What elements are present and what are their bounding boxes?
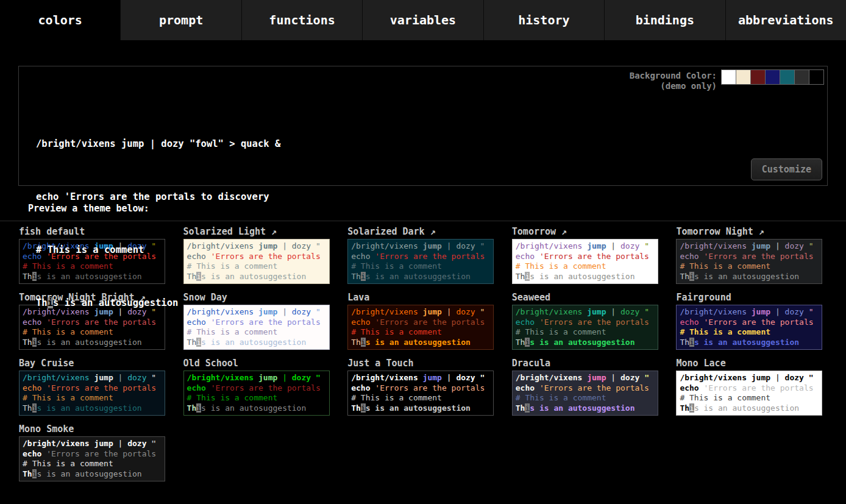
tab-prompt[interactable]: prompt	[121, 0, 241, 40]
pipe-token: |	[770, 373, 784, 382]
background-swatch-5[interactable]	[780, 69, 795, 85]
sample-comment-line: # This is a comment	[680, 393, 819, 403]
sample-comment-line: # This is a comment	[351, 393, 490, 403]
sample-command-line: /bright/vixens jump | dozy "	[680, 373, 819, 383]
command-token: dozy	[620, 373, 644, 382]
command-token: /bright/vixens	[351, 373, 422, 382]
theme-preview[interactable]: /bright/vixens jump | dozy "echo 'Errors…	[676, 371, 822, 416]
error-token: 'Errors are the portals	[46, 383, 156, 392]
tab-bindings[interactable]: bindings	[605, 0, 725, 40]
sample-echo-line: echo 'Errors are the portals to discover…	[36, 188, 827, 206]
sample-comment-line: # This is a comment	[23, 393, 162, 403]
sample-command-line: /bright/vixens jump | dozy "fowl" > quac…	[36, 135, 827, 153]
pipe-token: |	[277, 373, 291, 382]
quote-token: "	[151, 373, 156, 382]
param-token: jump	[94, 439, 113, 448]
command-token: dozy	[127, 439, 151, 448]
theme-preview[interactable]: /bright/vixens jump | dozy "echo 'Errors…	[347, 371, 494, 416]
typed-text: Th	[351, 403, 361, 413]
sample-comment-line: # This is a comment	[516, 393, 655, 403]
tab-colors[interactable]: colors	[0, 0, 121, 40]
typed-text: Th	[187, 403, 197, 413]
sample-echo-line: echo 'Errors are the portals	[23, 383, 162, 394]
autosuggestion-text: s is an autosuggestion	[530, 403, 634, 413]
comment-token: # This is a comment	[351, 393, 442, 402]
quote-token: "	[644, 373, 649, 382]
background-swatch-2[interactable]	[736, 69, 751, 85]
tab-variables[interactable]: variables	[363, 0, 483, 40]
command-token: dozy	[456, 373, 480, 382]
background-swatch-4[interactable]	[765, 69, 780, 85]
background-color-label: Background Color:	[630, 71, 717, 81]
autosuggestion-text: s is an autosuggestion	[37, 403, 141, 413]
theme-card-mono-smoke: Mono Smoke/bright/vixens jump | dozy "ec…	[19, 424, 170, 481]
autosuggestion-text: s is an autosuggestion	[201, 403, 306, 413]
sample-echo-line: echo 'Errors are the portals	[516, 383, 655, 394]
tab-history[interactable]: history	[484, 0, 605, 40]
sample-echo-line: echo 'Errors are the portals	[187, 383, 326, 394]
theme-card-bay-cruise: Bay Cruise/bright/vixens jump | dozy "ec…	[19, 358, 170, 416]
sample-echo-line: echo 'Errors are the portals	[23, 449, 162, 460]
sample-command-line: /bright/vixens jump | dozy "	[23, 373, 162, 383]
cursor-block: i	[48, 297, 53, 308]
param-token: jump	[752, 373, 770, 382]
sample-command-line: /bright/vixens jump | dozy "	[23, 439, 162, 449]
sample-autosuggestion-line: This is an autosuggestion	[23, 469, 162, 480]
sample-autosuggestion-line: This is an autosuggestion	[187, 403, 326, 414]
background-swatch-6[interactable]	[794, 69, 809, 85]
tab-functions[interactable]: functions	[242, 0, 363, 40]
cursor-block: i	[196, 403, 201, 413]
theme-title: Bay Cruise	[19, 358, 170, 371]
sample-comment-line: # This is a comment	[36, 241, 827, 259]
pipe-token: |	[442, 373, 456, 382]
param-token: jump	[258, 373, 277, 382]
sample-command-line: /bright/vixens jump | dozy "	[516, 373, 655, 383]
command-token: dozy	[292, 373, 316, 382]
autosuggestion-text: s is an autosuggestion	[366, 403, 471, 413]
background-swatch-1[interactable]	[721, 69, 736, 85]
tab-abbreviations[interactable]: abbreviations	[726, 0, 846, 40]
sample-autosuggestion-line: This is an autosuggestion	[516, 403, 655, 414]
autosuggestion-text: s is an autosuggestion	[694, 403, 799, 413]
theme-card-just-a-touch: Just a Touch/bright/vixens jump | dozy "…	[347, 358, 499, 416]
command-token: echo	[351, 383, 375, 392]
comment-token: # This is a comment	[23, 459, 113, 468]
param-token: jump	[587, 373, 606, 382]
error-token: 'Errors are the portals	[46, 449, 156, 458]
theme-card-mono-lace: Mono Lace/bright/vixens jump | dozy "ech…	[676, 358, 827, 416]
comment-token: # This is a comment	[680, 393, 770, 402]
tab-bar: colorspromptfunctionsvariableshistorybin…	[0, 0, 846, 40]
theme-preview[interactable]: /bright/vixens jump | dozy "echo 'Errors…	[19, 436, 165, 481]
typed-text: Th	[23, 403, 32, 413]
background-swatch-3[interactable]	[750, 69, 766, 85]
param-token: jump	[94, 373, 113, 382]
command-token: /bright/vixens	[187, 373, 258, 382]
error-token: 'Errors are the portals	[539, 383, 649, 392]
sample-comment-line: # This is a comment	[187, 393, 326, 403]
theme-preview[interactable]: /bright/vixens jump | dozy "echo 'Errors…	[183, 371, 330, 416]
command-token: echo	[187, 383, 211, 392]
error-token: 'Errors are the portals	[704, 383, 814, 392]
sample-command-line: /bright/vixens jump | dozy "	[351, 373, 490, 383]
quote-token: "	[809, 373, 814, 382]
command-token: /bright/vixens	[23, 373, 94, 382]
command-token: echo	[680, 383, 703, 392]
autosuggestion-text: s is an autosuggestion	[37, 469, 141, 478]
terminal-preview-panel: Background Color: (demo only) /bright/vi…	[18, 66, 828, 186]
sample-echo-line: echo 'Errors are the portals	[351, 383, 490, 394]
theme-preview[interactable]: /bright/vixens jump | dozy "echo 'Errors…	[19, 371, 165, 416]
customize-button[interactable]: Customize	[751, 158, 822, 180]
cursor-block: i	[689, 403, 694, 413]
theme-preview[interactable]: /bright/vixens jump | dozy "echo 'Errors…	[512, 371, 658, 416]
pipe-token: |	[113, 439, 127, 448]
error-token: 'Errors are the portals	[211, 383, 321, 392]
comment-token: # This is a comment	[187, 393, 278, 402]
background-color-swatches	[722, 69, 824, 85]
pipe-token: |	[113, 373, 127, 382]
terminal-sample-text: /bright/vixens jump | dozy "fowl" > quac…	[19, 66, 827, 347]
theme-title: Just a Touch	[347, 358, 499, 371]
theme-title: Mono Smoke	[19, 424, 170, 436]
background-swatch-7[interactable]	[809, 69, 824, 85]
typed-text: Th	[516, 403, 525, 413]
sample-comment-line: # This is a comment	[23, 459, 162, 469]
